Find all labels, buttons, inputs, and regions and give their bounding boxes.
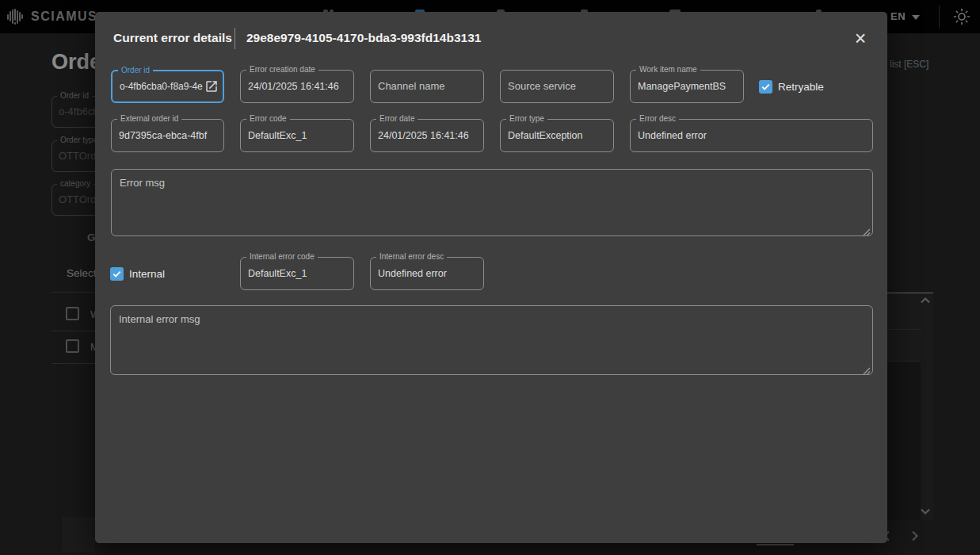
close-button[interactable]: ×	[849, 28, 871, 50]
internal-error-desc-value: Undefined error	[378, 258, 447, 289]
error-desc-field[interactable]: Error desc Undefined error	[630, 119, 873, 152]
current-error-details-dialog: Current error details 29e8e979-4105-4170…	[95, 12, 887, 543]
error-record-id: 29e8e979-4105-4170-bda3-993fd14b3131	[246, 31, 481, 45]
channel-name-field[interactable]: Channel name	[370, 70, 484, 103]
internal-checkbox[interactable]	[110, 267, 124, 281]
work-item-name-field[interactable]: Work item name ManagePaymentBS	[630, 70, 744, 103]
resize-handle-icon[interactable]	[862, 225, 871, 234]
internal-error-msg-textarea[interactable]: Internal error msg	[110, 305, 873, 375]
order-id-field-value: o-4fb6cba0-f8a9-4e	[120, 71, 203, 101]
source-service-placeholder: Source service	[508, 71, 576, 102]
internal-error-msg-placeholder: Internal error msg	[119, 313, 200, 325]
error-msg-placeholder: Error msg	[120, 177, 165, 189]
external-order-id-value: 9d7395ca-ebca-4fbf	[119, 120, 207, 151]
internal-label: Internal	[129, 268, 165, 280]
order-id-field[interactable]: Order id o-4fb6cba0-f8a9-4e	[111, 70, 224, 103]
dialog-title: Current error details	[113, 31, 232, 45]
resize-handle-icon[interactable]	[862, 364, 871, 373]
error-date-field[interactable]: Error date 24/01/2025 16:41:46	[370, 119, 484, 152]
internal-error-code-field[interactable]: Internal error code DefaultExc_1	[240, 257, 354, 290]
close-icon: ×	[855, 27, 867, 49]
title-divider	[235, 28, 235, 49]
error-creation-date-value: 24/01/2025 16:41:46	[248, 71, 339, 102]
error-type-field[interactable]: Error type DefaultException	[500, 119, 614, 152]
internal-error-code-value: DefaultExc_1	[248, 258, 307, 289]
external-order-id-field[interactable]: External order id 9d7395ca-ebca-4fbf	[111, 119, 224, 152]
error-msg-textarea[interactable]: Error msg	[111, 169, 873, 236]
error-code-field[interactable]: Error code DefaultExc_1	[240, 119, 354, 152]
error-creation-date-field[interactable]: Error creation date 24/01/2025 16:41:46	[240, 70, 354, 103]
internal-error-desc-field[interactable]: Internal error desc Undefined error	[370, 257, 484, 290]
error-code-value: DefaultExc_1	[248, 120, 307, 151]
checkmark-icon	[760, 81, 772, 93]
retryable-label: Retryable	[778, 81, 824, 93]
channel-name-placeholder: Channel name	[378, 71, 445, 102]
internal-checkbox-group: Internal	[110, 267, 165, 281]
error-desc-value: Undefined error	[638, 120, 707, 151]
work-item-name-value: ManagePaymentBS	[638, 71, 726, 102]
source-service-field[interactable]: Source service	[500, 70, 614, 103]
checkmark-icon	[111, 268, 123, 280]
error-type-value: DefaultException	[508, 120, 583, 151]
retryable-checkbox[interactable]	[759, 80, 772, 94]
open-in-new-icon[interactable]	[204, 79, 219, 94]
retryable-checkbox-group: Retryable	[759, 80, 824, 94]
error-date-value: 24/01/2025 16:41:46	[378, 120, 469, 151]
